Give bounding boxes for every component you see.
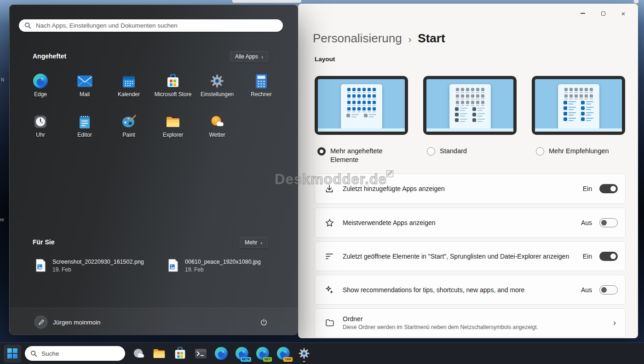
layout-preview-more-pins[interactable]: [315, 76, 408, 135]
app-tile-editor[interactable]: Editor: [63, 110, 107, 150]
sparkle-icon: [324, 285, 334, 295]
app-tile-mail[interactable]: Mail: [63, 69, 107, 110]
thumbnail-taskbar: [426, 128, 513, 132]
toggle-state-label: Ein: [583, 185, 592, 192]
start-search-input[interactable]: [35, 22, 277, 29]
taskbar-terminal-icon[interactable]: [194, 345, 207, 363]
background-window-edge: [634, 0, 638, 3]
toggle-recently-added[interactable]: [599, 184, 618, 193]
beta-badge: BETA: [241, 357, 251, 362]
app-label: Kalender: [118, 91, 140, 98]
file-name: 00610_peace_1920x1080.jpg: [185, 259, 261, 265]
setting-label: Meistverwendete Apps anzeigen: [343, 219, 581, 226]
setting-row-folders[interactable]: Ordner Diese Ordner werden im Startmenü …: [315, 308, 626, 337]
recent-file-1[interactable]: Screenshot_20220930_161502.png 19. Feb: [35, 259, 160, 273]
all-apps-button[interactable]: Alle Apps ›: [230, 51, 268, 62]
canary-badge: CAN: [283, 357, 293, 362]
download-icon: [324, 184, 334, 193]
taskbar-edge-icon[interactable]: [214, 345, 228, 363]
recent-file-2[interactable]: 00610_peace_1920x1080.jpg 19. Feb: [168, 259, 292, 273]
radio-option-more-recommendations[interactable]: Mehr Empfehlungen: [536, 147, 609, 156]
app-tile-paint[interactable]: Paint: [107, 110, 151, 150]
app-label: Einstellungen: [201, 91, 234, 98]
layout-preview-standard[interactable]: [423, 76, 517, 135]
app-tile-einstellungen[interactable]: Einstellungen: [195, 69, 239, 110]
taskbar-weather-icon[interactable]: [132, 345, 145, 363]
radio-button[interactable]: [317, 147, 326, 156]
radio-option-standard[interactable]: Standard: [427, 147, 467, 156]
user-avatar[interactable]: [34, 316, 47, 329]
app-tile-explorer[interactable]: Explorer: [151, 110, 195, 150]
start-button[interactable]: [4, 345, 21, 363]
setting-label: Show recommendations for tips, shortcuts…: [343, 286, 581, 294]
pinned-app-grid: Edge Mail Kalender Microsoft Store: [18, 69, 283, 150]
toggle-most-used[interactable]: [599, 218, 618, 227]
pinned-section-header: Angeheftet: [33, 52, 66, 60]
dev-badge: DEV: [263, 357, 272, 362]
window-controls: ×: [573, 6, 633, 20]
close-button[interactable]: ×: [613, 6, 633, 20]
radio-button[interactable]: [536, 147, 544, 156]
start-layout-thumbnail: [341, 84, 382, 129]
setting-label: Ordner: [343, 315, 613, 323]
calculator-icon: [256, 73, 267, 89]
app-tile-edge[interactable]: Edge: [18, 69, 63, 110]
radio-label: Standard: [440, 147, 467, 156]
app-tile-kalender[interactable]: Kalender: [107, 69, 151, 110]
desktop: N re Angeheftet Alle Apps › Edge Mail: [0, 0, 644, 364]
all-apps-label: Alle Apps: [235, 53, 258, 60]
more-label: Mehr: [245, 239, 257, 246]
desktop-icon-label-fragment: N: [1, 77, 4, 82]
taskbar-edge-canary-icon[interactable]: CAN: [276, 345, 290, 363]
search-icon: [24, 22, 31, 29]
toggle-state-label: Aus: [581, 286, 592, 294]
taskbar-edge-dev-icon[interactable]: DEV: [256, 345, 270, 363]
toggle-state-label: Ein: [583, 253, 592, 260]
background-window-edge: [232, 0, 301, 3]
taskbar-settings-icon[interactable]: [297, 345, 311, 363]
windows-logo-icon: [7, 348, 17, 358]
toggle-recommendations[interactable]: [599, 285, 618, 295]
power-button[interactable]: [255, 313, 272, 331]
calendar-icon: [122, 73, 136, 89]
jumplist-icon: [324, 252, 334, 261]
start-layout-thumbnail: [449, 84, 491, 129]
start-search-box[interactable]: [19, 19, 283, 32]
breadcrumb-personalisierung[interactable]: Personalisierung: [313, 31, 402, 46]
minimize-button[interactable]: [573, 6, 593, 20]
more-button[interactable]: Mehr ›: [240, 237, 268, 248]
paint-palette-icon: [121, 114, 136, 129]
toggle-recent-items[interactable]: [599, 252, 618, 261]
image-file-icon: [168, 259, 178, 272]
microsoft-store-icon: [166, 73, 180, 89]
maximize-button[interactable]: [593, 6, 613, 20]
taskbar-store-icon[interactable]: [173, 345, 187, 363]
taskbar-search[interactable]: Suche: [25, 346, 125, 361]
setting-row-recommendations[interactable]: Show recommendations for tips, shortcuts…: [315, 275, 626, 305]
start-menu: Angeheftet Alle Apps › Edge Mail Kalende…: [9, 5, 298, 335]
app-label: Paint: [122, 132, 135, 138]
radio-button[interactable]: [427, 147, 435, 156]
clock-icon: [34, 114, 47, 129]
setting-row-recent-items[interactable]: Zuletzt geöffnete Elemente in "Start", S…: [315, 241, 626, 271]
star-icon: [324, 218, 334, 228]
setting-row-most-used[interactable]: Meistverwendete Apps anzeigen Aus: [315, 208, 626, 238]
app-label: Mail: [80, 91, 90, 98]
taskbar-edge-beta-icon[interactable]: BETA: [235, 345, 249, 363]
app-tile-rechner[interactable]: Rechner: [239, 69, 283, 110]
image-file-icon: [35, 259, 46, 272]
chevron-right-icon: ›: [613, 318, 616, 328]
user-name[interactable]: Jürgen moinmoin: [53, 319, 101, 326]
layout-previews: [315, 76, 625, 135]
app-tile-uhr[interactable]: Uhr: [18, 110, 63, 150]
app-tile-store[interactable]: Microsoft Store: [151, 69, 195, 110]
setting-description: Diese Ordner werden im Startmenü neben d…: [343, 324, 613, 330]
radio-option-more-pins[interactable]: Mehr angeheftete Elemente: [317, 147, 396, 164]
layout-preview-more-recommendations[interactable]: [532, 76, 625, 135]
taskbar: Suche BETA DEV CAN: [0, 342, 644, 364]
setting-row-recently-added[interactable]: Zuletzt hinzugefügte Apps anzeigen Ein: [315, 173, 626, 204]
file-date: 19. Feb: [52, 266, 144, 273]
app-tile-wetter[interactable]: Wetter: [195, 110, 239, 150]
chevron-right-icon: ›: [260, 240, 262, 246]
taskbar-explorer-icon[interactable]: [152, 345, 166, 363]
